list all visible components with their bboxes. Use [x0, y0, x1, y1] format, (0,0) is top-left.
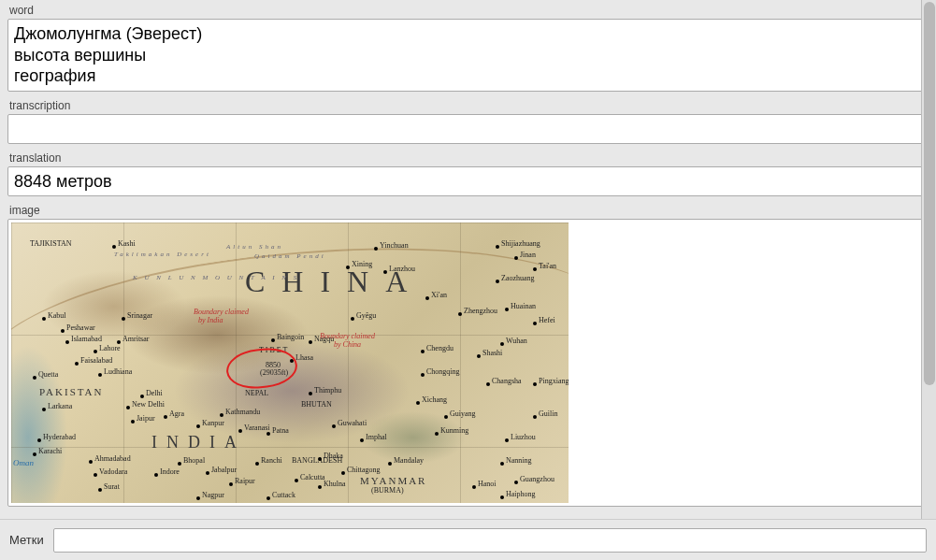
map-label: Jinan	[520, 251, 536, 259]
map-label: Chengdu	[426, 344, 454, 352]
image-box[interactable]: CHINAINDIAPAKISTANMYANMAR(BURMA)BHUTANBA…	[7, 219, 929, 507]
map-label: Xichang	[422, 395, 447, 404]
map-label: (BURMA)	[371, 486, 404, 495]
map-label: Nagpur	[202, 491, 224, 499]
tags-footer: Метки	[0, 519, 936, 560]
map-label: Liuzhou	[511, 433, 536, 441]
map-label: Ludhiana	[104, 367, 132, 376]
map-label: Indore	[160, 467, 180, 476]
map-label: Jabalpur	[211, 466, 237, 474]
map-label: Thimphu	[314, 386, 341, 395]
map-label: Cuttack	[272, 491, 295, 499]
map-label: Kathmandu	[225, 408, 260, 416]
map-label: Srinagar	[127, 311, 152, 320]
map-label: Chittagong	[347, 466, 381, 474]
map-label: Patna	[272, 426, 289, 435]
map-label: Kashi	[118, 239, 136, 248]
vertical-scrollbar[interactable]	[921, 0, 936, 519]
map-label: Agra	[169, 409, 184, 418]
word-field-group: word Джомолунгма (Эверест) высота вершин…	[7, 0, 929, 92]
map-label: NEPAL	[245, 389, 268, 397]
map-label: Varanasi	[244, 424, 270, 432]
map-label: INDIA	[151, 433, 246, 452]
transcription-input[interactable]	[7, 114, 929, 144]
map-label: Khulna	[324, 480, 346, 488]
word-input[interactable]: Джомолунгма (Эверест) высота вершины гео…	[7, 19, 929, 92]
map-label: Karachi	[38, 447, 62, 455]
map-label: Raipur	[235, 477, 255, 485]
map-label: by India	[198, 317, 223, 325]
map-label: by China	[334, 341, 361, 350]
map-label: Shijiazhuang	[501, 239, 540, 248]
map-label: Xi'an	[431, 291, 447, 299]
map-label: Wuhan	[506, 337, 527, 345]
map-label: Vadodara	[99, 467, 127, 476]
map-label: Imphal	[366, 433, 387, 441]
translation-input[interactable]: 8848 метров	[7, 166, 929, 197]
map-label: New Delhi	[132, 400, 165, 409]
map-label: MYANMAR	[360, 475, 426, 486]
map-label: Gyêgu	[356, 311, 376, 320]
tags-label: Метки	[9, 533, 44, 547]
map-label: Lhasa	[295, 353, 313, 362]
map-label: Kunming	[440, 426, 468, 435]
map-label: Faisalabad	[80, 356, 112, 365]
map-label: Calcutta	[300, 473, 325, 481]
map-label: Baingoin	[277, 333, 304, 341]
map-label: Taklimakan Desert	[114, 251, 211, 258]
map-label: Kanpur	[202, 419, 224, 427]
scrollbar-thumb[interactable]	[924, 2, 935, 385]
map-label: Huainan	[511, 302, 536, 310]
tags-input[interactable]	[53, 528, 927, 553]
map-label: BHUTAN	[301, 400, 332, 409]
map-label: Bhopal	[183, 456, 205, 465]
map-label: Shashi	[482, 349, 502, 357]
map-label: Surat	[104, 482, 120, 491]
image-field-group: image CHINAINDIAPAKISTANMYANMAR(BURMA)BH…	[7, 200, 929, 507]
map-label: Pingxiang	[539, 377, 569, 385]
translation-field-group: translation 8848 метров	[7, 148, 929, 197]
map-label: Nanning	[506, 456, 532, 465]
map-label: K U N L U N M O U N T A I N S	[133, 274, 299, 281]
map-label: TAJIKISTAN	[30, 239, 72, 248]
map-label: Chongqing	[426, 367, 460, 376]
map-label: Mandalay	[394, 456, 424, 465]
map-label: Haiphong	[506, 490, 536, 498]
map-label: Xining	[352, 260, 372, 268]
map-label: Hanoi	[478, 480, 497, 488]
map-label: Kabul	[48, 311, 66, 320]
word-label: word	[7, 0, 929, 19]
map-label: Hefei	[539, 316, 555, 324]
map-label: Qaidam Pendi	[254, 252, 326, 260]
map-label: Quetta	[38, 370, 58, 379]
map-label: Guangzhou	[520, 475, 554, 483]
form-panel: word Джомолунгма (Эверест) высота вершин…	[0, 0, 936, 519]
map-label: Guilin	[539, 409, 557, 418]
map-label: Delhi	[146, 389, 163, 397]
map-label: Islamabad	[71, 335, 102, 343]
map-label: Tai'an	[539, 262, 556, 270]
map-label: Nagqu	[314, 335, 334, 343]
map-image: CHINAINDIAPAKISTANMYANMAR(BURMA)BHUTANBA…	[11, 223, 569, 503]
map-label: Zhengzhou	[464, 307, 497, 315]
map-label: Yinchuan	[380, 241, 409, 250]
transcription-field-group: transcription	[7, 95, 929, 144]
map-label: Larkana	[48, 402, 72, 410]
map-label: PAKISTAN	[39, 386, 104, 397]
map-label: Ahmadabad	[94, 454, 131, 463]
transcription-label: transcription	[7, 95, 929, 114]
map-label: Zaozhuang	[501, 274, 535, 282]
map-label: Altun Shan	[226, 243, 283, 251]
map-label: Hyderabad	[43, 433, 76, 441]
map-label: Changsha	[492, 377, 522, 385]
translation-label: translation	[7, 148, 929, 166]
map-label: Ranchi	[261, 456, 282, 465]
map-label: Dhaka	[324, 452, 343, 460]
map-label: Lahore	[99, 344, 121, 352]
map-label: Oman	[13, 458, 34, 467]
map-label: Lanzhou	[389, 265, 415, 273]
map-label: Guiyang	[450, 409, 476, 418]
map-label: Peshawar	[66, 323, 95, 332]
map-label: Jaipur	[137, 414, 155, 423]
map-label: Amritsar	[122, 335, 149, 343]
